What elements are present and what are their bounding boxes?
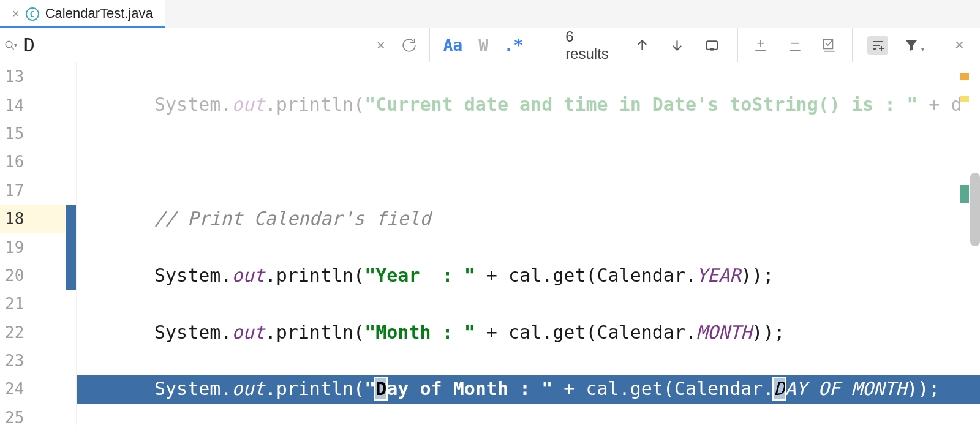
history-icon[interactable] bbox=[401, 37, 417, 53]
java-file-icon: C bbox=[26, 7, 39, 21]
fold-margin bbox=[66, 62, 77, 425]
line-number-current: 18 bbox=[0, 205, 66, 233]
vertical-scrollbar[interactable] bbox=[970, 173, 980, 246]
search-icon[interactable]: ▾ bbox=[0, 40, 21, 51]
regex-toggle[interactable]: .* bbox=[504, 36, 523, 55]
line-number: 14 bbox=[0, 91, 66, 119]
find-input-wrap bbox=[21, 28, 364, 62]
code-line-selected: System.out.println("Day of Month : " + c… bbox=[77, 375, 980, 403]
find-input[interactable] bbox=[21, 28, 364, 62]
find-inline-controls: × bbox=[364, 28, 430, 62]
chevron-down-icon: ▾ bbox=[14, 42, 17, 48]
line-number: 19 bbox=[0, 233, 66, 261]
line-number: 24 bbox=[0, 375, 66, 403]
next-match-icon[interactable] bbox=[670, 37, 684, 53]
line-number: 16 bbox=[0, 148, 66, 176]
filter-group: ▾ bbox=[853, 28, 939, 62]
line-number: 25 bbox=[0, 404, 66, 425]
warning-marker[interactable] bbox=[960, 73, 969, 80]
filter-icon[interactable] bbox=[904, 38, 919, 53]
editor-tab[interactable]: × C CalendarTest.java bbox=[0, 0, 165, 28]
remove-selection-icon[interactable] bbox=[787, 37, 803, 53]
match-toggles: Aa W .* bbox=[430, 28, 537, 62]
clear-search-icon[interactable]: × bbox=[377, 37, 385, 54]
svg-rect-4 bbox=[707, 41, 717, 49]
match-marker[interactable] bbox=[960, 185, 969, 203]
code-line: System.out.println("Current date and tim… bbox=[77, 91, 980, 119]
line-number: 20 bbox=[0, 261, 66, 290]
marker-strip bbox=[960, 62, 969, 425]
code-line: System.out.println("Year : " + cal.get(C… bbox=[77, 261, 980, 290]
find-bar: ▾ × Aa W .* 6 results ▾ × bbox=[0, 28, 980, 62]
chevron-down-icon: ▾ bbox=[921, 46, 924, 53]
select-all-occurrences-icon[interactable] bbox=[705, 37, 719, 53]
line-number: 23 bbox=[0, 347, 66, 375]
line-number: 13 bbox=[0, 62, 66, 91]
select-all-icon[interactable] bbox=[821, 37, 837, 53]
results-group: 6 results bbox=[537, 28, 738, 62]
tab-bar: × C CalendarTest.java bbox=[0, 0, 980, 28]
results-count: 6 results bbox=[565, 28, 614, 62]
code-area[interactable]: System.out.println("Current date and tim… bbox=[77, 62, 980, 425]
active-tab-underline bbox=[0, 26, 165, 28]
prev-match-icon[interactable] bbox=[635, 37, 649, 53]
code-line bbox=[77, 148, 980, 176]
line-number: 22 bbox=[0, 318, 66, 347]
tab-filename: CalendarTest.java bbox=[45, 6, 153, 21]
line-number: 15 bbox=[0, 119, 66, 148]
add-selection-icon[interactable] bbox=[753, 37, 769, 53]
line-number-gutter: 13 14 15 16 17 18 19 20 21 22 23 24 25 bbox=[0, 62, 66, 425]
highlight-marker[interactable] bbox=[960, 96, 969, 102]
find-in-selection-icon[interactable] bbox=[867, 36, 888, 55]
line-number: 21 bbox=[0, 290, 66, 318]
svg-rect-5 bbox=[710, 48, 714, 50]
code-line: // Print Calendar's field bbox=[77, 205, 980, 233]
svg-point-0 bbox=[6, 41, 12, 48]
extra-toggles bbox=[738, 28, 853, 62]
match-case-toggle[interactable]: Aa bbox=[443, 36, 462, 55]
line-number: 17 bbox=[0, 176, 66, 205]
match-words-toggle[interactable]: W bbox=[478, 36, 488, 55]
close-find-bar-icon[interactable]: × bbox=[939, 36, 980, 55]
close-tab-icon[interactable]: × bbox=[12, 7, 20, 21]
code-editor[interactable]: 13 14 15 16 17 18 19 20 21 22 23 24 25 S… bbox=[0, 62, 980, 425]
code-line: System.out.println("Month : " + cal.get(… bbox=[77, 318, 980, 347]
